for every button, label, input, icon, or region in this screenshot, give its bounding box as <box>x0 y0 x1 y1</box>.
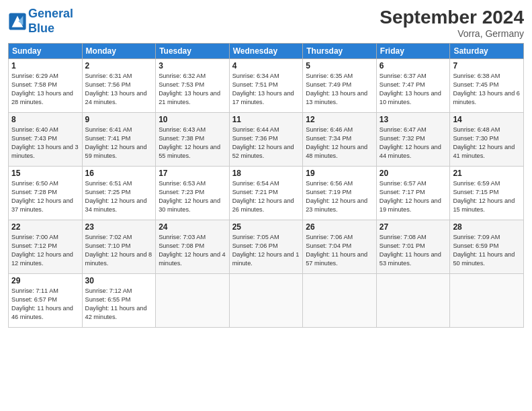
logo-text: General Blue <box>28 7 73 36</box>
day-number: 24 <box>159 222 226 232</box>
day-number: 23 <box>85 222 153 232</box>
header-tuesday: Tuesday <box>156 44 230 59</box>
weekday-header-row: Sunday Monday Tuesday Wednesday Thursday… <box>9 44 524 59</box>
day-info: Sunrise: 6:56 AM Sunset: 7:19 PM Dayligh… <box>306 179 373 214</box>
header-friday: Friday <box>376 44 450 59</box>
calendar-day-cell: 12 Sunrise: 6:46 AM Sunset: 7:34 PM Dayl… <box>303 113 377 167</box>
day-info: Sunrise: 7:00 AM Sunset: 7:12 PM Dayligh… <box>11 233 79 268</box>
day-info: Sunrise: 6:53 AM Sunset: 7:23 PM Dayligh… <box>159 179 226 214</box>
day-info: Sunrise: 6:51 AM Sunset: 7:25 PM Dayligh… <box>85 179 153 214</box>
calendar-day-cell: 21 Sunrise: 6:59 AM Sunset: 7:15 PM Dayl… <box>450 167 524 220</box>
location-title: Vorra, Germany <box>380 28 524 39</box>
day-info: Sunrise: 7:05 AM Sunset: 7:06 PM Dayligh… <box>232 233 300 268</box>
day-info: Sunrise: 6:47 AM Sunset: 7:32 PM Dayligh… <box>380 126 447 161</box>
calendar-table: Sunday Monday Tuesday Wednesday Thursday… <box>8 43 524 328</box>
day-info: Sunrise: 6:38 AM Sunset: 7:45 PM Dayligh… <box>453 72 521 107</box>
day-number: 1 <box>11 61 79 71</box>
calendar-day-cell: 19 Sunrise: 6:56 AM Sunset: 7:19 PM Dayl… <box>303 167 377 220</box>
calendar-day-cell: 30 Sunrise: 7:12 AM Sunset: 6:55 PM Dayl… <box>82 274 156 328</box>
calendar-day-cell: 7 Sunrise: 6:38 AM Sunset: 7:45 PM Dayli… <box>450 59 524 113</box>
day-number: 16 <box>85 169 153 178</box>
calendar-day-cell: 26 Sunrise: 7:06 AM Sunset: 7:04 PM Dayl… <box>303 220 377 274</box>
calendar-day-cell: 17 Sunrise: 6:53 AM Sunset: 7:23 PM Dayl… <box>156 167 230 220</box>
calendar-week-row: 8 Sunrise: 6:40 AM Sunset: 7:43 PM Dayli… <box>9 113 524 167</box>
page-header: General Blue September 2024 Vorra, Germa… <box>8 7 524 39</box>
calendar-week-row: 15 Sunrise: 6:50 AM Sunset: 7:28 PM Dayl… <box>9 167 524 220</box>
title-block: September 2024 Vorra, Germany <box>380 7 524 39</box>
day-info: Sunrise: 6:44 AM Sunset: 7:36 PM Dayligh… <box>232 126 300 161</box>
day-number: 12 <box>306 115 373 124</box>
day-number: 6 <box>380 61 447 71</box>
header-thursday: Thursday <box>303 44 377 59</box>
logo-line1: General <box>28 7 73 20</box>
empty-cell <box>229 274 303 328</box>
day-info: Sunrise: 7:02 AM Sunset: 7:10 PM Dayligh… <box>85 233 153 268</box>
day-info: Sunrise: 7:06 AM Sunset: 7:04 PM Dayligh… <box>306 233 373 268</box>
calendar-day-cell: 9 Sunrise: 6:41 AM Sunset: 7:41 PM Dayli… <box>82 113 156 167</box>
calendar-day-cell: 13 Sunrise: 6:47 AM Sunset: 7:32 PM Dayl… <box>376 113 450 167</box>
day-number: 30 <box>85 276 153 285</box>
calendar-day-cell: 22 Sunrise: 7:00 AM Sunset: 7:12 PM Dayl… <box>9 220 83 274</box>
calendar-week-row: 22 Sunrise: 7:00 AM Sunset: 7:12 PM Dayl… <box>9 220 524 274</box>
calendar-day-cell: 5 Sunrise: 6:35 AM Sunset: 7:49 PM Dayli… <box>303 59 377 113</box>
day-info: Sunrise: 6:57 AM Sunset: 7:17 PM Dayligh… <box>380 179 447 214</box>
day-info: Sunrise: 6:41 AM Sunset: 7:41 PM Dayligh… <box>85 126 153 161</box>
day-number: 10 <box>159 115 226 124</box>
header-wednesday: Wednesday <box>229 44 303 59</box>
calendar-day-cell: 11 Sunrise: 6:44 AM Sunset: 7:36 PM Dayl… <box>229 113 303 167</box>
calendar-day-cell: 6 Sunrise: 6:37 AM Sunset: 7:47 PM Dayli… <box>376 59 450 113</box>
day-info: Sunrise: 6:43 AM Sunset: 7:38 PM Dayligh… <box>159 126 226 161</box>
day-number: 28 <box>453 222 521 232</box>
calendar-day-cell: 24 Sunrise: 7:03 AM Sunset: 7:08 PM Dayl… <box>156 220 230 274</box>
empty-cell <box>376 274 450 328</box>
calendar-day-cell: 23 Sunrise: 7:02 AM Sunset: 7:10 PM Dayl… <box>82 220 156 274</box>
calendar-day-cell: 2 Sunrise: 6:31 AM Sunset: 7:56 PM Dayli… <box>82 59 156 113</box>
calendar-day-cell: 27 Sunrise: 7:08 AM Sunset: 7:01 PM Dayl… <box>376 220 450 274</box>
header-saturday: Saturday <box>450 44 524 59</box>
day-info: Sunrise: 6:37 AM Sunset: 7:47 PM Dayligh… <box>380 72 447 107</box>
day-info: Sunrise: 6:48 AM Sunset: 7:30 PM Dayligh… <box>453 126 521 161</box>
day-number: 7 <box>453 61 521 71</box>
day-info: Sunrise: 6:46 AM Sunset: 7:34 PM Dayligh… <box>306 126 373 161</box>
day-info: Sunrise: 6:40 AM Sunset: 7:43 PM Dayligh… <box>11 126 79 161</box>
day-number: 8 <box>11 115 79 124</box>
day-number: 2 <box>85 61 153 71</box>
empty-cell <box>450 274 524 328</box>
calendar-day-cell: 20 Sunrise: 6:57 AM Sunset: 7:17 PM Dayl… <box>376 167 450 220</box>
day-number: 3 <box>159 61 226 71</box>
calendar-day-cell: 29 Sunrise: 7:11 AM Sunset: 6:57 PM Dayl… <box>9 274 83 328</box>
calendar-day-cell: 14 Sunrise: 6:48 AM Sunset: 7:30 PM Dayl… <box>450 113 524 167</box>
empty-cell <box>303 274 377 328</box>
header-monday: Monday <box>82 44 156 59</box>
calendar-day-cell: 8 Sunrise: 6:40 AM Sunset: 7:43 PM Dayli… <box>9 113 83 167</box>
calendar-day-cell: 18 Sunrise: 6:54 AM Sunset: 7:21 PM Dayl… <box>229 167 303 220</box>
day-info: Sunrise: 6:54 AM Sunset: 7:21 PM Dayligh… <box>232 179 300 214</box>
day-info: Sunrise: 6:35 AM Sunset: 7:49 PM Dayligh… <box>306 72 373 107</box>
calendar-day-cell: 28 Sunrise: 7:09 AM Sunset: 6:59 PM Dayl… <box>450 220 524 274</box>
day-number: 11 <box>232 115 300 124</box>
day-number: 25 <box>232 222 300 232</box>
day-number: 26 <box>306 222 373 232</box>
calendar-day-cell: 16 Sunrise: 6:51 AM Sunset: 7:25 PM Dayl… <box>82 167 156 220</box>
day-info: Sunrise: 6:31 AM Sunset: 7:56 PM Dayligh… <box>85 72 153 107</box>
calendar-day-cell: 15 Sunrise: 6:50 AM Sunset: 7:28 PM Dayl… <box>9 167 83 220</box>
calendar-week-row: 29 Sunrise: 7:11 AM Sunset: 6:57 PM Dayl… <box>9 274 524 328</box>
empty-cell <box>156 274 230 328</box>
day-info: Sunrise: 7:03 AM Sunset: 7:08 PM Dayligh… <box>159 233 226 268</box>
day-number: 22 <box>11 222 79 232</box>
header-sunday: Sunday <box>9 44 83 59</box>
day-number: 20 <box>380 169 447 178</box>
day-number: 13 <box>380 115 447 124</box>
day-number: 15 <box>11 169 79 178</box>
day-info: Sunrise: 7:12 AM Sunset: 6:55 PM Dayligh… <box>85 287 153 322</box>
day-number: 14 <box>453 115 521 124</box>
page-container: General Blue September 2024 Vorra, Germa… <box>0 0 532 411</box>
day-number: 19 <box>306 169 373 178</box>
calendar-day-cell: 3 Sunrise: 6:32 AM Sunset: 7:53 PM Dayli… <box>156 59 230 113</box>
day-number: 18 <box>232 169 300 178</box>
day-number: 5 <box>306 61 373 71</box>
day-info: Sunrise: 6:32 AM Sunset: 7:53 PM Dayligh… <box>159 72 226 107</box>
day-info: Sunrise: 7:09 AM Sunset: 6:59 PM Dayligh… <box>453 233 521 268</box>
day-number: 4 <box>232 61 300 71</box>
logo-icon <box>8 12 27 31</box>
